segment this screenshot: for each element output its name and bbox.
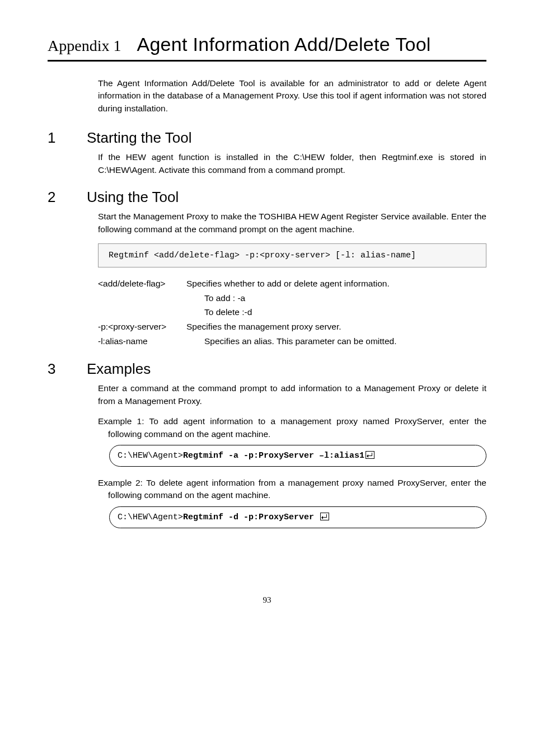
example-2-bold: Regtminf -d -p:ProxyServer xyxy=(183,513,314,522)
param-3-desc: Specifies an alias. This parameter can b… xyxy=(186,334,486,349)
param-row-1: <add/delete-flag> Specifies whether to a… xyxy=(98,276,486,291)
param-1-key: <add/delete-flag> xyxy=(98,276,186,291)
section-1-number: 1 xyxy=(48,129,87,147)
example-2-prompt: C:\HEW\Agent> xyxy=(118,513,183,522)
example-2-command: C:\HEW\Agent>Regtminf -d -p:ProxyServer xyxy=(109,506,486,528)
example-1-command: C:\HEW\Agent>Regtminf -a -p:ProxyServer … xyxy=(109,445,486,467)
intro-block: The Agent Information Add/Delete Tool is… xyxy=(98,77,486,115)
section-1-body: If the HEW agent function is installed i… xyxy=(98,151,486,176)
appendix-label: Appendix 1 xyxy=(48,37,121,55)
appendix-title: Agent Information Add/Delete Tool xyxy=(137,34,430,55)
section-2-title: Using the Tool xyxy=(87,189,179,206)
section-3-title: Examples xyxy=(87,360,151,378)
param-1-desc: Specifies whether to add or delete agent… xyxy=(186,276,486,291)
param-3-key: -l:alias-name xyxy=(98,334,186,349)
section-2-text: Start the Management Proxy to make the T… xyxy=(98,210,486,236)
enter-key-icon xyxy=(366,451,374,459)
example-1-prompt: C:\HEW\Agent> xyxy=(118,451,183,461)
enter-key-icon xyxy=(320,513,329,520)
section-3-text: Enter a command at the command prompt to… xyxy=(98,382,486,407)
section-1-title: Starting the Tool xyxy=(87,129,191,147)
section-3-header: 3 Examples xyxy=(48,360,486,378)
param-1-sub2: To delete :-d xyxy=(204,305,486,320)
param-row-3: -l:alias-name Specifies an alias. This p… xyxy=(98,334,486,349)
section-3-number: 3 xyxy=(48,360,87,378)
example-2-text: Example 2: To delete agent information f… xyxy=(98,477,486,502)
section-1-header: 1 Starting the Tool xyxy=(48,129,486,147)
param-row-2: -p:<proxy-server> Specifies the manageme… xyxy=(98,320,486,334)
syntax-box: Regtminf <add/delete-flag> -p:<proxy-ser… xyxy=(98,243,486,267)
section-3-body: Enter a command at the command prompt to… xyxy=(98,382,486,528)
param-1-sub1: To add : -a xyxy=(204,291,486,306)
section-1-text: If the HEW agent function is installed i… xyxy=(98,151,486,176)
appendix-header: Appendix 1 Agent Information Add/Delete … xyxy=(48,34,486,62)
section-2-header: 2 Using the Tool xyxy=(48,189,486,206)
example-1-text: Example 1: To add agent information to a… xyxy=(98,415,486,440)
example-1-bold: Regtminf -a -p:ProxyServer –l:alias1 xyxy=(183,451,364,461)
document-page: Appendix 1 Agent Information Add/Delete … xyxy=(0,0,534,627)
parameter-list: <add/delete-flag> Specifies whether to a… xyxy=(98,276,486,348)
section-2-number: 2 xyxy=(48,189,87,206)
intro-text: The Agent Information Add/Delete Tool is… xyxy=(98,77,486,115)
param-2-desc: Specifies the management proxy server. xyxy=(186,320,486,334)
page-number: 93 xyxy=(48,595,486,605)
param-2-key: -p:<proxy-server> xyxy=(98,320,186,334)
section-2-body: Start the Management Proxy to make the T… xyxy=(98,210,486,348)
